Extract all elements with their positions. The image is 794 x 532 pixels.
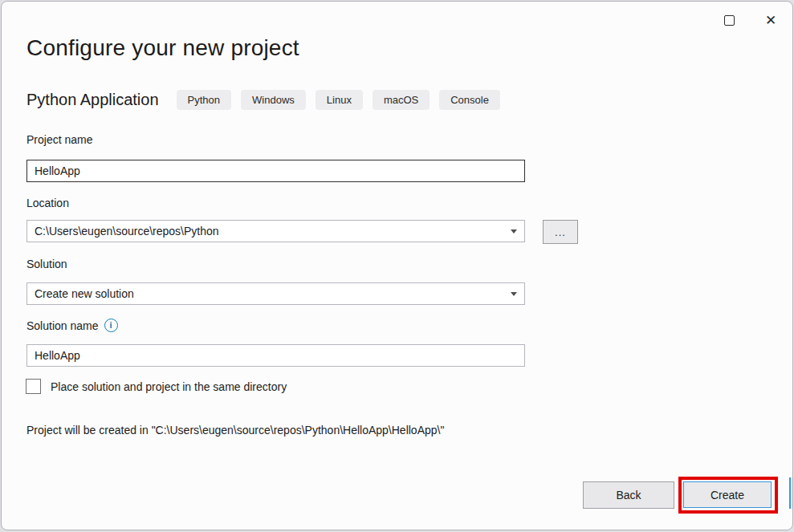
maximize-icon	[724, 15, 735, 26]
project-name-input[interactable]	[26, 160, 525, 182]
solution-value: Create new solution	[35, 287, 504, 300]
maximize-button[interactable]	[715, 8, 743, 32]
tag-python: Python	[177, 90, 231, 110]
configure-project-dialog: ✕ Configure your new project Python Appl…	[1, 1, 793, 530]
solution-label: Solution	[26, 258, 67, 270]
same-directory-row: Place solution and project in the same d…	[26, 379, 287, 394]
chevron-down-icon	[511, 292, 517, 296]
project-path-note: Project will be created in "C:\Users\eug…	[26, 424, 444, 437]
same-directory-label: Place solution and project in the same d…	[51, 380, 287, 393]
same-directory-checkbox[interactable]	[26, 379, 41, 394]
clipped-button-edge	[789, 477, 792, 509]
create-button[interactable]: Create	[683, 481, 772, 508]
tag-console: Console	[439, 90, 500, 110]
chevron-down-icon	[511, 229, 517, 234]
location-label: Location	[26, 197, 69, 209]
back-button[interactable]: Back	[583, 481, 674, 509]
window-controls: ✕	[715, 8, 784, 32]
browse-location-button[interactable]: ...	[543, 220, 578, 244]
template-header: Python Application Python Windows Linux …	[26, 90, 510, 110]
close-icon: ✕	[765, 14, 776, 27]
close-button[interactable]: ✕	[757, 8, 784, 32]
solution-name-label-text: Solution name	[26, 319, 99, 332]
tag-windows: Windows	[241, 90, 306, 110]
location-value: C:\Users\eugen\source\repos\Python	[35, 225, 504, 238]
tag-linux: Linux	[316, 90, 363, 110]
template-name: Python Application	[26, 91, 159, 109]
tag-macos: macOS	[373, 90, 430, 110]
info-icon[interactable]: i	[104, 319, 118, 332]
solution-combobox[interactable]: Create new solution	[26, 282, 525, 305]
page-title: Configure your new project	[26, 35, 299, 61]
solution-name-label: Solution name i	[26, 319, 118, 332]
project-name-label: Project name	[26, 133, 92, 146]
location-combobox[interactable]: C:\Users\eugen\source\repos\Python	[26, 220, 525, 242]
solution-name-input[interactable]	[26, 344, 525, 367]
